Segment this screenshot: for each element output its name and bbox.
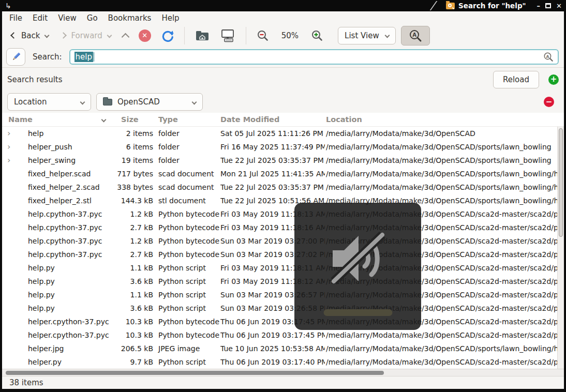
menu-file[interactable]: File [4,12,27,24]
table-row[interactable]: fixed_helper_2.scad 338 bytes scad docum… [2,180,564,194]
table-row[interactable]: help.cpython-37.pyc 1.2 kB Python byteco… [2,234,564,248]
table-row[interactable]: help.cpython-37.pyc 2.7 kB Python byteco… [2,248,564,261]
file-type: folder [153,156,220,164]
column-header-location[interactable]: Location [325,115,564,124]
file-date-modified: Fri 16 May 2025 11:37:49 PM [220,143,325,151]
file-name: help.cpython-37.pyc [19,223,111,232]
column-header-date-modified[interactable]: Date Modified [220,115,325,124]
file-type: Python bytecode [153,331,220,339]
expander-chevron-icon[interactable]: › [2,156,19,164]
file-name: helper_push [19,143,111,151]
find-toggle-button[interactable]: A [401,26,430,46]
up-button[interactable] [118,28,132,42]
menu-go[interactable]: Go [82,12,103,24]
up-chevron-icon [121,33,129,41]
file-name: fixed_helper_2.scad [19,183,111,191]
menu-view[interactable]: View [53,12,82,24]
horizontal-scrollbar[interactable] [2,369,564,376]
vertical-scrollbar[interactable] [557,127,564,369]
back-history-chevron-icon[interactable] [44,33,50,38]
column-header-name[interactable]: Name [2,115,111,124]
file-size: 10.3 kB [111,331,153,339]
table-row[interactable]: help.cpython-37.pyc 1.2 kB Python byteco… [2,207,564,221]
file-name: help.py [19,264,111,272]
zoom-out-button[interactable] [252,27,273,44]
column-header-size[interactable]: Size [111,115,153,124]
zoom-in-icon [311,29,323,42]
text-caret [94,52,94,62]
file-location: /media/larry/Modata/make/3d/OpenSCAD/spo… [325,156,564,164]
zoom-out-icon [257,29,269,42]
maximize-button[interactable] [545,3,551,8]
table-row[interactable]: help.cpython-37.pyc 2.7 kB Python byteco… [2,221,564,234]
search-scope-dropdown[interactable]: OpenSCAD [96,93,203,111]
file-type: Python bytecode [153,318,220,326]
expander-chevron-icon[interactable]: › [2,143,19,151]
file-size: 9.7 kB [111,358,153,366]
table-row[interactable]: › help 2 items folder Sat 05 Jul 2025 11… [2,127,564,140]
file-size: 2 items [111,129,153,138]
table-row[interactable]: helper.jpg 206.5 kB JPEG image Tue 10 Ju… [2,342,564,355]
vertical-scrollbar-thumb[interactable] [559,128,563,237]
file-size: 2.7 kB [111,250,153,259]
file-date-modified: Thu 06 Jun 2019 03:17:40 PM [220,358,325,366]
home-button[interactable] [191,27,214,44]
back-button[interactable]: Back [6,28,54,43]
stop-button[interactable]: ✕ [135,27,155,44]
close-button[interactable]: ✕ [556,3,562,9]
file-name: help.cpython-37.pyc [19,250,111,259]
table-row[interactable]: help.py 1.1 kB Python script Sun 03 Mar … [2,288,564,301]
chevron-down-icon [80,99,85,104]
table-row[interactable]: › helper_push 6 items folder Fri 16 May … [2,140,564,154]
search-input-value: help [75,52,93,62]
minimize-button[interactable]: – [537,3,541,9]
file-size: 338 bytes [111,183,153,191]
table-row[interactable]: helper.cpython-37.pyc 10.3 kB Python byt… [2,315,564,328]
table-row[interactable]: helper.py 9.7 kB Python script Thu 06 Ju… [2,355,564,369]
add-filter-button[interactable]: + [548,74,559,85]
toolbar-separator [246,27,246,44]
file-size: 2.7 kB [111,223,153,232]
desktop-button[interactable] [216,26,240,45]
table-row[interactable]: help.py 1.1 kB Python script Fri 03 May … [2,261,564,275]
expander-chevron-icon[interactable]: › [2,129,19,138]
file-size: 1.2 kB [111,237,153,245]
view-mode-dropdown[interactable]: List View [338,27,396,44]
forward-button[interactable]: Forward [56,28,116,43]
table-row[interactable]: help.py 3.6 kB Python script Fri 03 May … [2,275,564,288]
forward-label: Forward [71,31,102,40]
remove-filter-button[interactable]: − [544,97,554,107]
column-header-type[interactable]: Type [153,115,220,124]
table-row[interactable]: help.py 3.6 kB Python script Sun 03 Mar … [2,301,564,315]
zoom-in-button[interactable] [307,27,327,44]
file-type: folder [153,143,220,151]
table-row[interactable]: › helper_swing 19 items folder Tue 22 Ju… [2,154,564,167]
reload-button[interactable]: Reload [493,71,539,88]
edit-path-button[interactable] [6,48,25,66]
refresh-button[interactable] [157,27,178,44]
pencil-icon [10,51,22,63]
app-arrow-icon: ↳ [5,2,11,9]
file-name: fixed_helper_2.stl [19,197,111,205]
search-input[interactable]: help A [69,49,559,65]
menu-edit[interactable]: Edit [27,12,53,24]
filter-type-dropdown[interactable]: Location [7,93,91,111]
file-date-modified: Tue 22 Jul 2025 03:35:37 PM [220,183,325,191]
file-name: help.py [19,291,111,299]
back-chevron-icon [10,32,17,39]
table-row[interactable]: fixed_helper_2.stl 144.3 kB stl document… [2,194,564,207]
menu-bookmarks[interactable]: Bookmarks [103,12,157,24]
forward-history-chevron-icon[interactable] [107,33,112,38]
table-row[interactable]: helper.cpython-37.pyc 10.3 kB Python byt… [2,328,564,342]
file-name: helper.jpg [19,344,111,353]
table-row[interactable]: fixed_helper.scad 717 bytes scad documen… [2,167,564,180]
file-location: /media/larry/Modata/make/3d/OpenSCAD/spo… [325,170,564,178]
titlebar[interactable]: ↳ Search for "help" – ✕ [0,0,566,11]
file-date-modified: Thu 06 Jun 2019 03:17:45 PM [220,331,325,339]
menu-help[interactable]: Help [156,12,184,24]
file-size: 1.1 kB [111,264,153,272]
muted-speaker-icon [324,228,392,290]
file-size: 3.6 kB [111,277,153,285]
horizontal-scrollbar-thumb[interactable] [6,371,384,375]
file-size: 1.1 kB [111,291,153,299]
